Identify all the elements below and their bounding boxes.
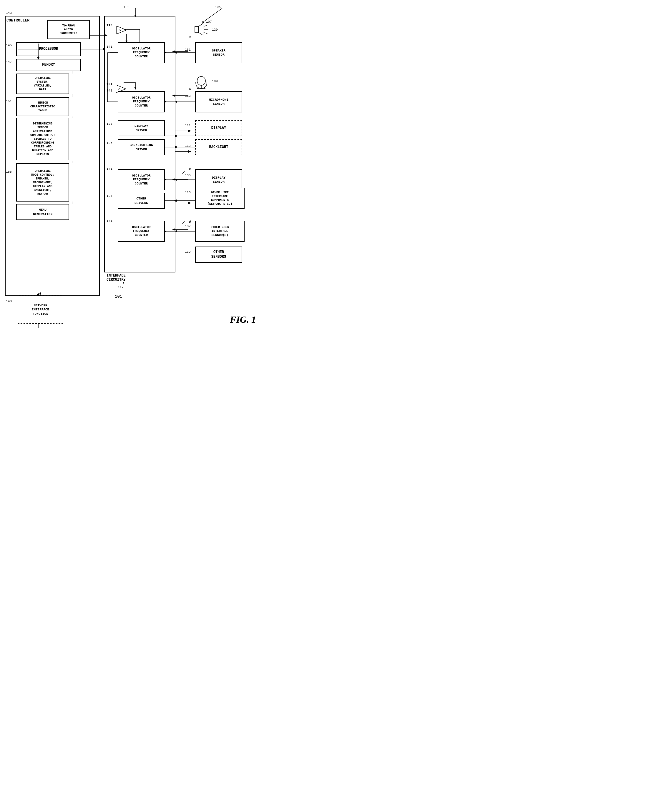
label-a: a [189, 35, 191, 39]
op-system-box: OPERATINGSYSTEM,VARIABLES,DATA [16, 73, 69, 94]
svg-marker-6 [172, 50, 175, 53]
ref-155: 155 [6, 170, 12, 174]
interface-circuitry-label: INTERFACECIRCUITRY [107, 273, 126, 282]
ref-143: 143 [6, 11, 12, 15]
other-ui-box: OTHER USERINTERFACECOMPONENTS(KEYPAD, ET… [195, 188, 244, 209]
processor-box: PROCESSOR [16, 42, 81, 56]
osc-freq-3-box: OSCILLATORFREQUENCYCOUNTER [118, 169, 165, 190]
ref-133: 133 [185, 94, 191, 98]
svg-marker-88 [175, 179, 177, 181]
osc-freq-2-box: OSCILLATORFREQUENCYCOUNTER [118, 91, 165, 112]
svg-marker-3 [104, 34, 107, 37]
svg-marker-82 [175, 101, 177, 103]
ref-139: 139 [185, 250, 191, 253]
ref-131: 131 [185, 48, 191, 52]
ref-105: 105 [215, 5, 221, 9]
ref-127: 127 [107, 194, 112, 198]
ref-141b: 141 [107, 89, 112, 92]
svg-marker-8 [172, 95, 175, 97]
determining-box: DETERMININGSENSORACTIVATION:COMPARE OUTP… [16, 118, 69, 160]
svg-marker-72 [175, 146, 177, 148]
ref-113: 113 [185, 144, 191, 148]
svg-marker-70 [175, 135, 177, 137]
ref-111: 111 [185, 124, 191, 127]
controller-label: CONTROLLER [6, 18, 29, 23]
svg-marker-80 [175, 52, 177, 54]
svg-marker-12 [188, 150, 191, 153]
svg-marker-18 [172, 228, 175, 230]
svg-marker-10 [188, 130, 191, 132]
fig-label: FIG. 1 [230, 314, 256, 325]
osc-freq-1-box: OSCILLATORFREQUENCYCOUNTER [118, 42, 165, 63]
memory-box: MEMORY [16, 59, 81, 71]
ref-141a: 141 [107, 45, 112, 49]
ref-121: 121 [107, 82, 112, 86]
label-d: d [189, 220, 191, 224]
svg-rect-38 [195, 26, 199, 32]
ref-117: 117 [118, 285, 124, 289]
svg-line-42 [204, 32, 208, 34]
other-drivers-box: OTHERDRIVERS [118, 193, 165, 209]
amp-triangle-1: A [116, 26, 127, 34]
display-box: DISPLAY [195, 120, 242, 136]
display-driver-box: DISPLAYDRIVER [118, 120, 165, 136]
svg-rect-43 [197, 76, 205, 85]
microphone-symbol [194, 76, 209, 89]
svg-marker-94 [103, 48, 105, 50]
ref-129: 129 [212, 28, 218, 32]
ref-137: 137 [185, 224, 191, 228]
svg-marker-34 [116, 26, 127, 34]
ref-147: 147 [6, 60, 12, 64]
svg-marker-22 [37, 293, 40, 296]
svg-text:A: A [119, 28, 121, 32]
ref-141c: 141 [107, 167, 112, 171]
ref-145: 145 [6, 44, 12, 47]
backlighting-driver-box: BACKLIGHTINGDRIVER [118, 139, 165, 155]
ref-115: 115 [185, 191, 191, 194]
sensor-char-box: SENSORCHARACTERISTICTABLE [16, 97, 69, 116]
svg-marker-98 [39, 292, 41, 294]
display-sensor-box: DISPLAYSENSOR [195, 169, 242, 190]
ref-101: 101 [115, 294, 122, 299]
other-sensors-box: OTHERSENSORS [195, 247, 242, 263]
ref-123: 123 [107, 122, 112, 126]
ref-151: 151 [6, 99, 12, 103]
svg-marker-39 [199, 23, 203, 35]
ref-141d: 141 [107, 219, 112, 223]
osc-freq-4-box: OSCILLATORFREQUENCYCOUNTER [118, 221, 165, 242]
speaker-symbol [194, 22, 211, 37]
diagram-container: 103 105 107 143 CONTROLLER TO/FROMAUDIOP… [0, 0, 265, 333]
backlight-box: BACKLIGHT [195, 139, 242, 155]
network-if-box: NETWORKINTERFACEFUNCTION [18, 296, 63, 324]
svg-line-40 [204, 25, 208, 26]
svg-marker-16 [188, 202, 191, 204]
ref-119: 119 [107, 23, 112, 27]
svg-marker-86 [174, 146, 177, 148]
label-b: b [189, 88, 191, 91]
svg-marker-76 [175, 200, 177, 202]
svg-text:A: A [118, 87, 121, 91]
svg-marker-29 [134, 87, 137, 90]
ref-103: 103 [124, 5, 130, 9]
speaker-sensor-box: SPEAKERSENSOR [195, 42, 242, 63]
ref-135: 135 [185, 174, 191, 177]
label-c: c [189, 167, 191, 171]
svg-marker-90 [174, 200, 177, 202]
ref-148: 148 [6, 299, 12, 303]
svg-marker-92 [175, 230, 177, 232]
ref-125: 125 [107, 141, 112, 145]
ref-109: 109 [212, 79, 218, 83]
other-ui-sensor-box: OTHER USERINTERFACESENSOR(S) [195, 221, 244, 242]
svg-line-30 [182, 171, 185, 174]
menu-gen-box: MENUGENERATION [16, 204, 69, 220]
svg-marker-14 [172, 178, 175, 181]
microphone-sensor-box: MICROPHONESENSOR [195, 91, 242, 112]
to-from-audio-box: TO/FROMAUDIOPROCESSING [47, 20, 90, 39]
op-mode-box: OPERATINGMODE CONTROL:SPEAKER,MICROPHONE… [16, 163, 69, 201]
svg-marker-84 [174, 135, 177, 137]
svg-line-31 [182, 221, 185, 224]
svg-marker-47 [134, 15, 137, 17]
